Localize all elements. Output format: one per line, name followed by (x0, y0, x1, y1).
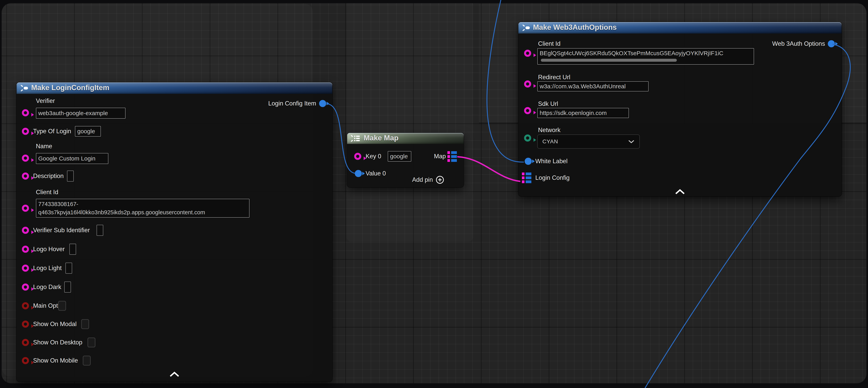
add-pin-button[interactable]: Add pin (412, 176, 444, 184)
show-on-desktop-checkbox[interactable] (88, 337, 95, 348)
network-dropdown[interactable]: CYAN (537, 135, 640, 149)
redirect-url-input[interactable] (537, 81, 649, 91)
pin-label-logo-hover: Logo Hover (33, 246, 65, 253)
pin-map-output[interactable] (447, 151, 457, 162)
node-make-login-config-item[interactable]: Make LoginConfigItem Verifier Login Conf… (17, 82, 332, 382)
logo-hover-input[interactable] (69, 244, 76, 255)
pin-label-redirect-url: Redirect Url (538, 74, 570, 81)
client-id-input[interactable]: 774338308167- q463s7kpvja16l4l0kko3nb925… (36, 199, 250, 218)
main-option-checkbox[interactable] (58, 301, 66, 311)
node-title: Make Map (364, 134, 399, 142)
pin-label-show-on-modal: Show On Modal (33, 321, 77, 328)
logo-light-input[interactable] (65, 263, 72, 274)
node-header-make-web3auth-options[interactable]: Make Web3AuthOptions (518, 22, 842, 33)
pin-name[interactable] (22, 155, 29, 162)
add-pin-plus-icon (436, 176, 444, 184)
pin-label-network: Network (538, 126, 561, 134)
pin-label-name: Name (36, 143, 52, 150)
key-0-input[interactable] (388, 151, 411, 162)
pin-label-logo-dark: Logo Dark (33, 283, 61, 291)
pin-redirect-url[interactable] (524, 81, 531, 88)
pin-label-client-id: Client Id (36, 189, 58, 196)
pin-verifier[interactable] (22, 109, 29, 116)
pin-client-id[interactable] (22, 205, 29, 212)
client-id-input[interactable]: BEglQSgt4cUWcj6SKRdu5QkOXTsePmMcusG5EAoy… (537, 48, 754, 65)
pin-label-sdk-url: Sdk Url (538, 100, 558, 108)
pin-login-config-item-output[interactable] (319, 100, 326, 107)
pin-value-0[interactable] (355, 170, 362, 177)
pin-logo-hover[interactable] (22, 246, 29, 253)
pin-label-show-on-desktop: Show On Desktop (33, 339, 82, 346)
pin-label-description: Description (33, 173, 64, 180)
verifier-input[interactable] (36, 108, 126, 119)
add-pin-label: Add pin (412, 176, 433, 183)
node-header-make-map[interactable]: Make Map (347, 133, 464, 144)
make-struct-icon (20, 84, 29, 93)
node-title: Make Web3AuthOptions (533, 23, 617, 32)
verifier-sub-identifier-input[interactable] (97, 225, 103, 236)
pin-label-web3auth-options: Web 3Auth Options (746, 40, 825, 47)
chevron-down-icon (628, 140, 634, 144)
pin-label-logo-light: Logo Light (33, 265, 62, 272)
pin-label-verifier: Verifier (36, 97, 55, 105)
network-dropdown-value: CYAN (542, 139, 558, 145)
pin-network[interactable] (524, 135, 531, 142)
node-make-web3auth-options[interactable]: Make Web3AuthOptions Client Id Web 3Auth… (518, 22, 842, 197)
type-of-login-input[interactable] (75, 126, 101, 137)
pin-label-map: Map (414, 153, 446, 160)
pin-label-value-0: Value 0 (366, 170, 386, 177)
pin-show-on-modal[interactable] (22, 321, 29, 328)
make-map-icon (350, 134, 361, 143)
node-title: Make LoginConfigItem (31, 84, 110, 92)
pin-type-of-login[interactable] (22, 128, 29, 135)
show-on-modal-checkbox[interactable] (81, 319, 89, 329)
node-header-make-login-config-item[interactable]: Make LoginConfigItem (17, 82, 332, 94)
pin-label-verifier-sub-identifier: Verifier Sub Identifier (33, 227, 90, 234)
collapse-node-chevron-icon[interactable] (169, 371, 180, 377)
show-on-mobile-checkbox[interactable] (83, 356, 91, 365)
pin-client-id[interactable] (524, 50, 531, 57)
pin-label-type-of-login: Type Of Login (33, 128, 71, 135)
pin-description[interactable] (22, 173, 29, 180)
pin-show-on-desktop[interactable] (22, 339, 29, 346)
name-input[interactable] (36, 153, 108, 164)
pin-white-label[interactable] (525, 158, 532, 165)
pin-logo-light[interactable] (22, 265, 29, 272)
pin-label-show-on-mobile: Show On Mobile (33, 357, 78, 364)
client-id-text: BEglQSgt4cUWcj6SKRdu5QkOXTsePmMcusG5EAoy… (540, 50, 723, 56)
client-id-line2: q463s7kpvja16l4l0kko3nb925ikds2p.apps.go… (38, 208, 247, 216)
node-make-map[interactable]: Make Map Key 0 Map Value 0 Add pin (347, 133, 464, 187)
make-struct-icon (522, 23, 531, 32)
pin-label-login-config-item: Login Config Item (237, 100, 316, 107)
pin-login-config[interactable] (522, 173, 531, 183)
pin-verifier-sub-identifier[interactable] (22, 227, 29, 234)
description-input[interactable] (67, 171, 74, 182)
pin-sdk-url[interactable] (524, 107, 531, 114)
pin-label-key-0: Key 0 (366, 153, 381, 160)
pin-logo-dark[interactable] (22, 283, 29, 291)
pin-main-option[interactable] (22, 302, 29, 309)
client-id-scrollbar[interactable] (541, 59, 677, 62)
pin-key-0[interactable] (354, 153, 361, 160)
sdk-url-input[interactable] (537, 108, 629, 118)
pin-label-client-id: Client Id (538, 40, 561, 47)
logo-dark-input[interactable] (64, 281, 71, 293)
graph-region-middle (346, 3, 473, 242)
pin-web3auth-options-output[interactable] (828, 40, 835, 47)
collapse-node-chevron-icon[interactable] (675, 189, 685, 195)
pin-label-white-label: White Label (535, 158, 568, 165)
client-id-line1: 774338308167- (38, 200, 247, 208)
pin-label-login-config: Login Config (535, 174, 569, 181)
pin-show-on-mobile[interactable] (22, 357, 29, 364)
